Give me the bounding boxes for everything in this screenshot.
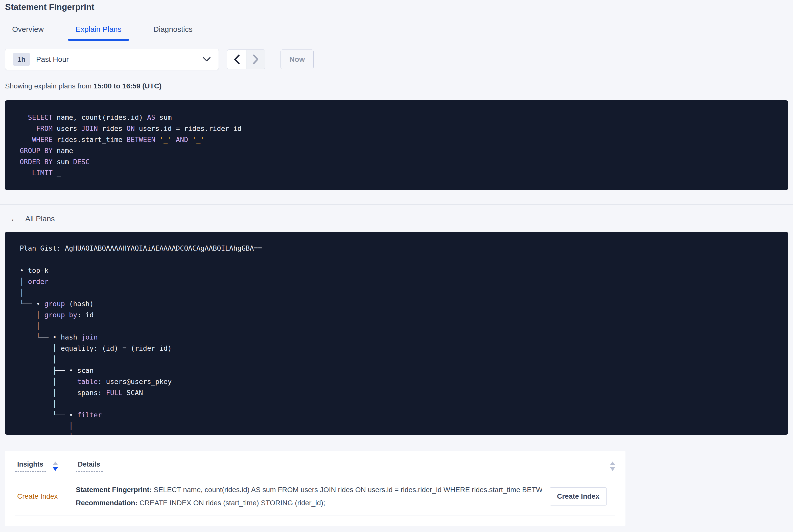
plan-gist-block: Plan Gist: AgHUAQIABQAAAAHYAQIAiAEAAAADC… [5,232,788,435]
tab-bar: Overview Explain Plans Diagnostics [0,23,793,40]
create-index-button[interactable]: Create Index [550,487,607,506]
insights-header-label[interactable]: Insights [15,460,46,472]
all-plans-label: All Plans [25,214,55,223]
now-button[interactable]: Now [281,50,314,69]
time-range-badge: 1h [13,53,30,66]
insight-type-label: Create Index [15,492,76,500]
insights-table: Insights Details Create Index Statement … [5,451,625,526]
insight-details: Statement Fingerprint: SELECT name, coun… [76,485,542,508]
time-step-buttons [227,50,265,69]
column-header-insights: Insights [15,460,76,472]
column-header-details: Details [76,460,615,472]
time-controls: 1h Past Hour Now [5,49,793,70]
recommendation-line: Recommendation: CREATE INDEX ON rides (s… [76,498,542,508]
statement-fingerprint-line: Statement Fingerprint: SELECT name, coun… [76,485,542,494]
tab-diagnostics[interactable]: Diagnostics [153,25,192,40]
sort-arrows-icon[interactable] [610,461,615,471]
table-row: Create Index Statement Fingerprint: SELE… [15,478,615,516]
page-title: Statement Fingerprint [5,2,793,12]
chevron-right-icon[interactable] [246,50,265,69]
tab-overview[interactable]: Overview [12,25,44,40]
insights-table-header: Insights Details [15,451,615,478]
sort-arrows-icon[interactable] [53,461,58,471]
arrow-left-icon: ← [10,214,19,224]
sql-statement-block: SELECT name, count(rides.id) AS sum FROM… [5,100,788,190]
row-action-cell: Create Index [542,487,615,506]
showing-range-value: 15:00 to 16:59 (UTC) [94,82,162,90]
tab-explain-plans[interactable]: Explain Plans [68,25,129,40]
chevron-down-icon [203,57,211,62]
chevron-left-icon[interactable] [227,50,246,69]
showing-range-text: Showing explain plans from 15:00 to 16:5… [5,82,793,90]
all-plans-back-link[interactable]: ← All Plans [10,214,55,224]
details-header-label[interactable]: Details [76,460,103,472]
time-range-dropdown[interactable]: 1h Past Hour [5,49,219,70]
time-range-label: Past Hour [36,55,69,64]
section-divider [0,204,793,205]
